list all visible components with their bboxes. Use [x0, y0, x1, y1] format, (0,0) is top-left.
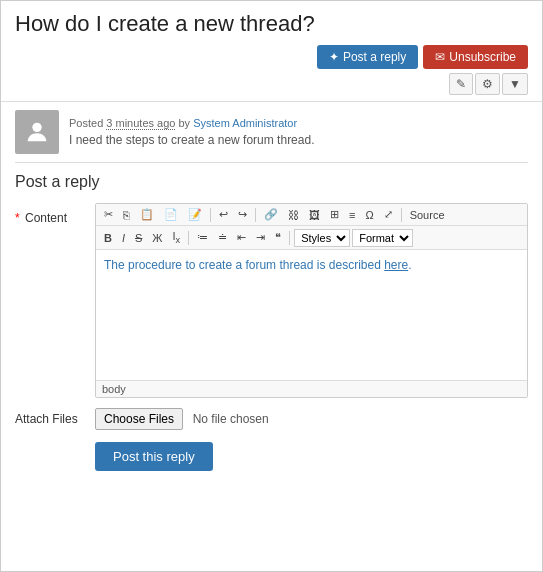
toolbar-subscript[interactable]: Ж	[148, 230, 166, 246]
post-time: 3 minutes ago	[106, 117, 175, 130]
toolbar-paste-text[interactable]: 📄	[160, 206, 182, 223]
toolbar-source[interactable]: Source	[406, 207, 449, 223]
edit-icon-btn[interactable]: ✎	[449, 73, 473, 95]
toolbar-image[interactable]: 🖼	[305, 207, 324, 223]
reply-section-title: Post a reply	[1, 163, 542, 199]
post-info: Posted 3 minutes ago by System Administr…	[69, 117, 528, 147]
reply-form: * Content ✂ ⎘ 📋 📄 📝 ↩ ↪ 🔗 ⛓ 🖼	[1, 199, 542, 481]
toolbar-unlink[interactable]: ⛓	[284, 207, 303, 223]
toolbar-ul[interactable]: ≐	[214, 229, 231, 246]
required-star: *	[15, 211, 20, 225]
toolbar-blockquote[interactable]: ❝	[271, 229, 285, 246]
file-input-wrapper: Choose Files No file chosen	[95, 408, 269, 430]
post-meta: Posted 3 minutes ago by System Administr…	[1, 102, 542, 162]
editor-toolbar-row2: B I S Ж Ix ≔ ≐ ⇤ ⇥ ❝ Styles For	[96, 226, 527, 250]
content-row: * Content ✂ ⎘ 📋 📄 📝 ↩ ↪ 🔗 ⛓ 🖼	[15, 203, 528, 398]
post-byline: Posted 3 minutes ago by System Administr…	[69, 117, 528, 129]
toolbar-maximize[interactable]: ⤢	[380, 206, 397, 223]
toolbar-italic[interactable]: I	[118, 230, 129, 246]
toolbar-sep2	[255, 208, 256, 222]
gear-icon-btn[interactable]: ⚙	[475, 73, 500, 95]
page-header: How do I create a new thread? ✦ Post a r…	[1, 1, 542, 102]
no-file-text: No file chosen	[193, 412, 269, 426]
dropdown-icon-btn[interactable]: ▼	[502, 73, 528, 95]
attach-row: Attach Files Choose Files No file chosen	[15, 408, 528, 430]
toolbar-specialchar[interactable]: Ω	[361, 207, 377, 223]
editor-content-area[interactable]: The procedure to create a forum thread i…	[96, 250, 527, 380]
toolbar-removeformat[interactable]: Ix	[169, 228, 185, 247]
toolbar-undo[interactable]: ↩	[215, 206, 232, 223]
toolbar-copy[interactable]: ⎘	[119, 207, 134, 223]
toolbar-indent[interactable]: ⇥	[252, 229, 269, 246]
page-container: How do I create a new thread? ✦ Post a r…	[1, 1, 542, 481]
post-author-link[interactable]: System Administrator	[193, 117, 297, 129]
header-icon-group: ✎ ⚙ ▼	[15, 73, 528, 95]
styles-select[interactable]: Styles	[294, 229, 350, 247]
user-avatar-icon	[23, 118, 51, 146]
toolbar-strike[interactable]: S	[131, 230, 146, 246]
content-label: * Content	[15, 203, 95, 225]
editor-wrapper: ✂ ⎘ 📋 📄 📝 ↩ ↪ 🔗 ⛓ 🖼 ⊞ ≡ Ω ⤢	[95, 203, 528, 398]
toolbar-sep5	[289, 231, 290, 245]
email-icon: ✉	[435, 50, 445, 64]
toolbar-sep4	[188, 231, 189, 245]
editor-toolbar-row1: ✂ ⎘ 📋 📄 📝 ↩ ↪ 🔗 ⛓ 🖼 ⊞ ≡ Ω ⤢	[96, 204, 527, 226]
attach-label: Attach Files	[15, 412, 95, 426]
page-title: How do I create a new thread?	[15, 11, 528, 37]
toolbar-redo[interactable]: ↪	[234, 206, 251, 223]
format-select[interactable]: Format	[352, 229, 413, 247]
toolbar-bold[interactable]: B	[100, 230, 116, 246]
avatar	[15, 110, 59, 154]
toolbar-sep1	[210, 208, 211, 222]
submit-reply-button[interactable]: Post this reply	[95, 442, 213, 471]
toolbar-paste[interactable]: 📋	[136, 206, 158, 223]
editor-footer: body	[96, 380, 527, 397]
toolbar-outdent[interactable]: ⇤	[233, 229, 250, 246]
submit-row: Post this reply	[15, 442, 528, 471]
original-post-content: I need the steps to create a new forum t…	[69, 133, 528, 147]
post-reply-button[interactable]: ✦ Post a reply	[317, 45, 418, 69]
toolbar-cut[interactable]: ✂	[100, 206, 117, 223]
toolbar-hr[interactable]: ≡	[345, 207, 359, 223]
toolbar-table[interactable]: ⊞	[326, 206, 343, 223]
toolbar-link[interactable]: 🔗	[260, 206, 282, 223]
toolbar-paste-word[interactable]: 📝	[184, 206, 206, 223]
svg-point-0	[32, 123, 41, 132]
top-actions: ✦ Post a reply ✉ Unsubscribe	[15, 45, 528, 69]
toolbar-sep3	[401, 208, 402, 222]
choose-files-button[interactable]: Choose Files	[95, 408, 183, 430]
plus-icon: ✦	[329, 50, 339, 64]
toolbar-ol[interactable]: ≔	[193, 229, 212, 246]
unsubscribe-button[interactable]: ✉ Unsubscribe	[423, 45, 528, 69]
